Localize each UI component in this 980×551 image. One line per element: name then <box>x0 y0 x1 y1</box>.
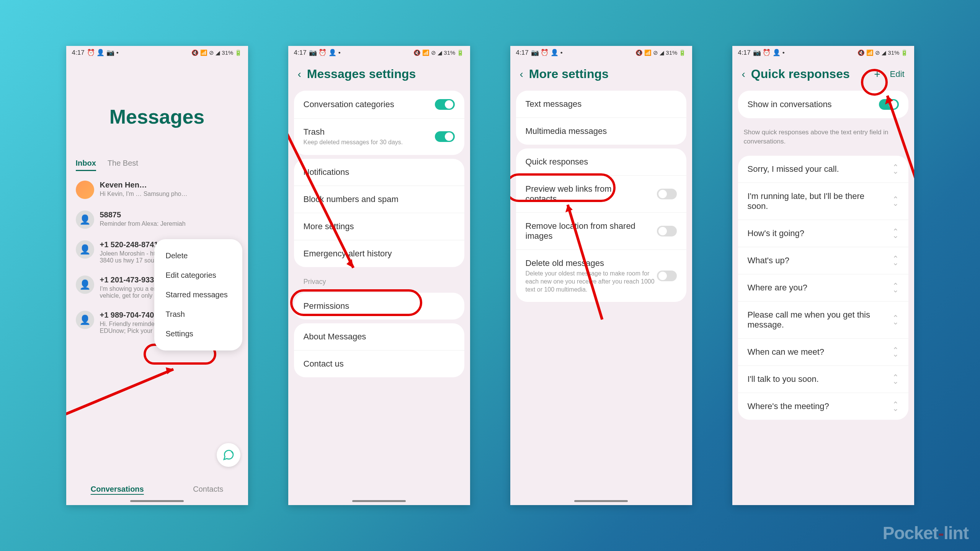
message-preview: Reminder from Alexa: Jeremiah <box>100 220 238 227</box>
setting-delete-old[interactable]: Delete old messages Delete your oldest m… <box>516 250 686 302</box>
setting-remove-location[interactable]: Remove location from shared images <box>516 213 686 250</box>
toggle[interactable] <box>879 99 899 110</box>
sort-icon: ⌃⌄ <box>892 284 899 292</box>
settings-group: Conversation categories Trash Keep delet… <box>294 91 464 155</box>
avatar: 👤 <box>76 276 94 294</box>
back-icon[interactable]: ‹ <box>298 68 301 80</box>
setting-multimedia[interactable]: Multimedia messages <box>516 118 686 145</box>
page-header: ‹ More settings <box>510 59 692 87</box>
setting-show-in-conversations[interactable]: Show in conversations <box>738 91 908 118</box>
setting-more[interactable]: More settings <box>294 213 464 240</box>
avatar: 👤 <box>76 240 94 259</box>
menu-trash[interactable]: Trash <box>154 305 242 324</box>
time: 4:17 <box>516 49 529 57</box>
time: 4:17 <box>294 49 307 57</box>
menu-edit-categories[interactable]: Edit categories <box>154 266 242 285</box>
sort-icon: ⌃⌄ <box>892 197 899 205</box>
response-item[interactable]: Where's the meeting?⌃⌄ <box>738 393 908 420</box>
toggle[interactable] <box>657 189 677 199</box>
screen-messages: 4:17⏰ 👤 📷 • 🔇 📶 ⊘ ◢ 31% 🔋 Messages Inbox… <box>66 46 248 505</box>
response-item[interactable]: What's up?⌃⌄ <box>738 247 908 274</box>
svg-marker-1 <box>166 367 173 374</box>
avatar <box>76 181 94 199</box>
setting-about[interactable]: About Messages <box>294 323 464 350</box>
setting-block[interactable]: Block numbers and spam <box>294 186 464 213</box>
setting-emergency[interactable]: Emergency alert history <box>294 240 464 267</box>
add-button[interactable]: + <box>874 68 880 80</box>
tab-inbox[interactable]: Inbox <box>76 159 96 171</box>
watermark: Pocket-lint <box>883 523 969 543</box>
compose-button[interactable] <box>217 443 240 467</box>
status-icons: 🔇 📶 ⊘ ◢ 31% 🔋 <box>635 49 686 56</box>
setting-preview-links[interactable]: Preview web links from contacts <box>516 176 686 213</box>
notification-icons: 📷 ⏰ 👤 • <box>753 49 785 57</box>
page-title: Messages settings <box>307 67 416 81</box>
toggle[interactable] <box>435 131 455 142</box>
settings-group: Quick responses Preview web links from c… <box>516 148 686 302</box>
contact-name: +1 201-473-9330 <box>100 276 158 284</box>
settings-group: Notifications Block numbers and spam Mor… <box>294 159 464 267</box>
tab-contacts[interactable]: Contacts <box>193 485 223 494</box>
annotation-arrow <box>66 364 189 417</box>
sort-icon: ⌃⌄ <box>892 257 899 264</box>
response-item[interactable]: Please call me when you get this message… <box>738 302 908 339</box>
toggle[interactable] <box>657 226 677 236</box>
edit-button[interactable]: Edit <box>890 69 905 79</box>
setting-permissions[interactable]: Permissions <box>294 293 464 320</box>
response-item[interactable]: How's it going?⌃⌄ <box>738 220 908 247</box>
avatar: 👤 <box>76 311 94 329</box>
response-item[interactable]: When can we meet?⌃⌄ <box>738 339 908 366</box>
page-title: Messages <box>66 59 248 159</box>
statusbar: 4:17⏰ 👤 📷 • 🔇 📶 ⊘ ◢ 31% 🔋 <box>66 46 248 59</box>
menu-settings[interactable]: Settings <box>154 324 242 344</box>
page-header: ‹ Messages settings <box>288 59 470 87</box>
screen-more-settings: 4:17📷 ⏰ 👤 • 🔇 📶 ⊘ ◢ 31% 🔋 ‹ More setting… <box>510 46 692 505</box>
list-item[interactable]: 👤 58875 Reminder from Alexa: Jeremiah <box>66 205 248 235</box>
home-indicator <box>130 500 184 502</box>
sort-icon: ⌃⌄ <box>892 230 899 237</box>
contact-name: 58875 <box>100 210 121 219</box>
status-icons: 🔇 📶 ⊘ ◢ 31% 🔋 <box>191 49 242 56</box>
setting-conversation-categories[interactable]: Conversation categories <box>294 91 464 119</box>
contact-name: +1 989-704-7403 <box>100 311 158 320</box>
home-indicator <box>352 500 406 502</box>
setting-trash[interactable]: Trash Keep deleted messages for 30 days. <box>294 119 464 155</box>
home-indicator <box>574 500 628 502</box>
page-title: More settings <box>529 67 609 81</box>
tab-best[interactable]: The Best <box>108 159 138 171</box>
back-icon[interactable]: ‹ <box>742 68 745 80</box>
sort-icon: ⌃⌄ <box>892 375 899 383</box>
menu-delete[interactable]: Delete <box>154 246 242 266</box>
statusbar: 4:17📷 ⏰ 👤 • 🔇 📶 ⊘ ◢ 31% 🔋 <box>732 46 914 59</box>
settings-group: Permissions <box>294 293 464 320</box>
list-item[interactable]: Keven Hen… Hi Kevin, I'm … Samsung pho… <box>66 175 248 205</box>
contact-name: Keven Hen… <box>100 181 147 189</box>
response-item[interactable]: Where are you?⌃⌄ <box>738 274 908 302</box>
back-icon[interactable]: ‹ <box>520 68 523 80</box>
page-header: ‹ Quick responses + Edit <box>732 59 914 87</box>
setting-contact-us[interactable]: Contact us <box>294 350 464 377</box>
menu-starred[interactable]: Starred messages <box>154 285 242 305</box>
responses-list: Sorry, I missed your call.⌃⌄ I'm running… <box>738 156 908 420</box>
message-preview: Hi Kevin, I'm … Samsung pho… <box>100 191 238 197</box>
sort-icon: ⌃⌄ <box>892 165 899 173</box>
toggle[interactable] <box>657 271 677 281</box>
category-tabs: Inbox The Best <box>66 159 248 175</box>
toggle[interactable] <box>435 99 455 110</box>
setting-text-messages[interactable]: Text messages <box>516 91 686 118</box>
response-item[interactable]: Sorry, I missed your call.⌃⌄ <box>738 156 908 183</box>
status-icons: 🔇 📶 ⊘ ◢ 31% 🔋 <box>858 49 908 56</box>
response-item[interactable]: I'll talk to you soon.⌃⌄ <box>738 366 908 393</box>
sort-icon: ⌃⌄ <box>892 348 899 356</box>
sort-icon: ⌃⌄ <box>892 403 899 410</box>
tab-conversations[interactable]: Conversations <box>91 485 144 494</box>
section-label: Privacy <box>288 271 470 289</box>
notification-icons: 📷 ⏰ 👤 • <box>531 49 563 57</box>
chat-icon <box>222 449 235 461</box>
overflow-menu: Delete Edit categories Starred messages … <box>154 239 242 350</box>
avatar: 👤 <box>76 210 94 229</box>
page-title: Quick responses <box>751 67 850 81</box>
setting-quick-responses[interactable]: Quick responses <box>516 148 686 176</box>
setting-notifications[interactable]: Notifications <box>294 159 464 186</box>
response-item[interactable]: I'm running late, but I'll be there soon… <box>738 183 908 220</box>
